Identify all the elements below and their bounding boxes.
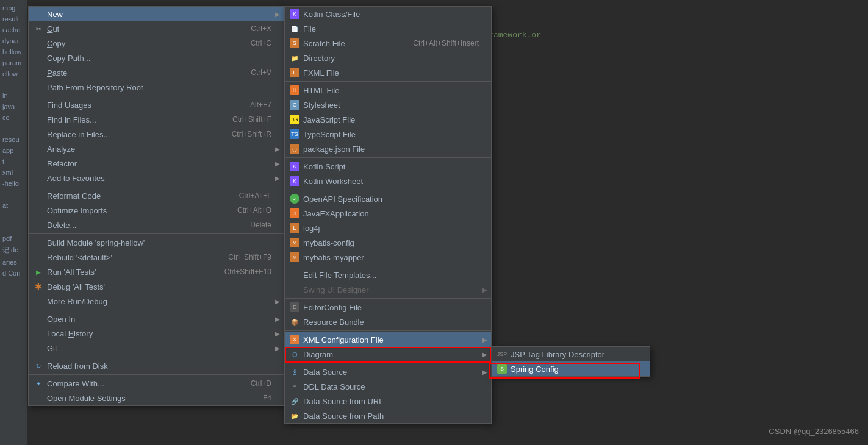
js-label: JavaScript File (303, 115, 479, 124)
menu-item-copy-path[interactable]: Copy Path... (29, 51, 284, 65)
open-in-icon (34, 314, 43, 324)
menu-item-refactor[interactable]: Refactor ▶ (29, 156, 284, 171)
jsp-label: JSP Tag Library Descriptor (511, 350, 637, 359)
sidebar-item: d Con (0, 268, 27, 278)
mybatis-config-label: mybatis-config (303, 238, 479, 247)
new-item-data-source[interactable]: 🗄 Data Source ▶ (285, 365, 491, 379)
menu-item-run-tests[interactable]: ▶ Run 'All Tests' Ctrl+Shift+F10 (29, 265, 284, 279)
menu-item-open-module[interactable]: Open Module Settings F4 (29, 391, 284, 405)
paste-shortcut: Ctrl+V (251, 68, 271, 77)
new-item-fxml[interactable]: F FXML File (285, 65, 491, 80)
new-item-log4j[interactable]: L log4j (285, 221, 491, 235)
menu-item-delete[interactable]: Delete... Delete (29, 218, 284, 232)
new-item-js[interactable]: JS JavaScript File (285, 112, 491, 127)
new-item-ddl[interactable]: ≡ DDL Data Source (285, 379, 491, 394)
xml-submenu: JSP JSP Tag Library Descriptor S Spring … (492, 346, 650, 377)
menu-item-analyze[interactable]: Analyze ▶ (29, 141, 284, 156)
menu-item-reload[interactable]: ↻ Reload from Disk (29, 358, 284, 373)
new-item-kotlin-class[interactable]: K Kotlin Class/File (285, 7, 491, 21)
javafx-label: JavaFXApplication (303, 209, 479, 218)
data-source-arrow: ▶ (482, 369, 487, 376)
resource-label: Resource Bundle (303, 318, 479, 327)
menu-item-git[interactable]: Git ▶ (29, 341, 284, 355)
new-item-editorconfig[interactable]: E EditorConfig File (285, 300, 491, 315)
menu-item-more-run[interactable]: More Run/Debug ▶ (29, 294, 284, 308)
local-history-arrow: ▶ (275, 330, 280, 337)
menu-item-debug-tests[interactable]: ✱ Debug 'All Tests' (29, 279, 284, 294)
menu-item-build[interactable]: Build Module 'spring-hellow' (29, 235, 284, 250)
replace-icon (34, 129, 43, 139)
new-item-kworksheet[interactable]: K Kotlin Worksheet (285, 174, 491, 188)
sidebar-item: 记.dc (0, 244, 27, 256)
javafx-icon: J (290, 208, 299, 218)
new-item-directory[interactable]: 📁 Directory (285, 51, 491, 65)
menu-item-git-label: Git (47, 344, 271, 353)
stylesheet-label: Stylesheet (303, 101, 479, 110)
new-item-stylesheet[interactable]: C Stylesheet (285, 98, 491, 112)
new-item-scratch[interactable]: S Scratch File Ctrl+Alt+Shift+Insert (285, 36, 491, 51)
menu-item-path-from-repo[interactable]: Path From Repository Root (29, 80, 284, 94)
file-label: File (303, 24, 479, 34)
new-item-packagejson[interactable]: { } package.json File (285, 141, 491, 156)
datasource-url-label: Data Source from URL (303, 397, 479, 406)
compare-shortcut: Ctrl+D (251, 379, 271, 388)
menu-item-rebuild-label: Rebuild '<default>' (47, 253, 216, 262)
new-item-file[interactable]: 📄 File (285, 21, 491, 36)
css-icon: C (290, 100, 299, 110)
menu-item-optimize-label: Optimize Imports (47, 206, 225, 215)
new-item-kscript[interactable]: K Kotlin Script (285, 159, 491, 174)
new-item-edit-templates[interactable]: Edit File Templates... (285, 268, 491, 282)
menu-item-cut[interactable]: ✂ Cut Ctrl+X (29, 21, 284, 36)
log4j-icon: L (290, 223, 299, 233)
new-item-resource[interactable]: 📦 Resource Bundle (285, 315, 491, 329)
delete-shortcut: Delete (250, 221, 271, 229)
menu-item-compare[interactable]: ✦ Compare With... Ctrl+D (29, 376, 284, 391)
new-item-diagram[interactable]: ⬡ Diagram ▶ (285, 347, 491, 361)
edit-templates-icon (290, 270, 299, 280)
analyze-arrow: ▶ (275, 146, 280, 152)
new-item-openapi[interactable]: ✓ OpenAPI Specification (285, 191, 491, 206)
menu-item-reformat[interactable]: Reformat Code Ctrl+Alt+L (29, 188, 284, 203)
openapi-icon: ✓ (290, 194, 299, 204)
menu-item-optimize[interactable]: Optimize Imports Ctrl+Alt+O (29, 203, 284, 218)
new-item-ts[interactable]: TS TypeScript File (285, 127, 491, 141)
menu-item-rebuild[interactable]: Rebuild '<default>' Ctrl+Shift+F9 (29, 250, 284, 265)
menu-item-find-files[interactable]: Find in Files... Ctrl+Shift+F (29, 112, 284, 127)
refactor-arrow: ▶ (275, 160, 280, 167)
diagram-icon: ⬡ (290, 349, 299, 359)
separator-5 (29, 357, 284, 357)
new-item-mybatis-config[interactable]: M mybatis-config (285, 235, 491, 250)
new-item-datasource-path[interactable]: 📂 Data Source from Path (285, 408, 491, 423)
menu-item-open-in[interactable]: Open In ▶ (29, 312, 284, 326)
new-item-xml-config[interactable]: X XML Configuration File ▶ (285, 332, 491, 347)
new-item-swing-ui[interactable]: Swing UI Designer ▶ (285, 282, 491, 297)
new-item-mybatis-mapper[interactable]: M mybatis-myapper (285, 250, 491, 265)
menu-item-cut-label: Cut (47, 24, 239, 34)
find-usages-icon (34, 100, 43, 110)
kotlin-class-icon: K (290, 9, 299, 19)
menu-item-paste[interactable]: Paste Ctrl+V (29, 65, 284, 80)
menu-item-local-history[interactable]: Local History ▶ (29, 326, 284, 341)
menu-item-find-usages[interactable]: Find Usages Alt+F7 (29, 98, 284, 112)
find-files-icon (34, 115, 43, 124)
xml-item-spring-config[interactable]: S Spring Config (492, 361, 650, 376)
menu-item-replace-files[interactable]: Replace in Files... Ctrl+Shift+R (29, 127, 284, 141)
menu-item-analyze-label: Analyze (47, 144, 271, 154)
menu-item-copy[interactable]: Copy Ctrl+C (29, 36, 284, 51)
sidebar-item: dynar (0, 36, 27, 46)
xml-item-jsp[interactable]: JSP JSP Tag Library Descriptor (492, 347, 650, 361)
menu-item-find-files-label: Find in Files... (47, 115, 220, 124)
new-item-datasource-url[interactable]: 🔗 Data Source from URL (285, 394, 491, 408)
sidebar-item: java (0, 102, 27, 112)
menu-item-favorites[interactable]: Add to Favorites ▶ (29, 171, 284, 185)
swing-label: Swing UI Designer (303, 285, 479, 294)
copy-shortcut: Ctrl+C (251, 39, 271, 48)
menu-item-new[interactable]: New ▶ (29, 7, 284, 21)
data-source-icon: 🗄 (290, 367, 299, 377)
sidebar-item (0, 212, 27, 221)
kscript-icon: K (290, 162, 299, 171)
sidebar-item: pdf (0, 233, 27, 243)
new-item-html[interactable]: H HTML File (285, 83, 491, 98)
favorites-arrow: ▶ (275, 175, 280, 182)
new-item-javafx[interactable]: J JavaFXApplication (285, 206, 491, 221)
